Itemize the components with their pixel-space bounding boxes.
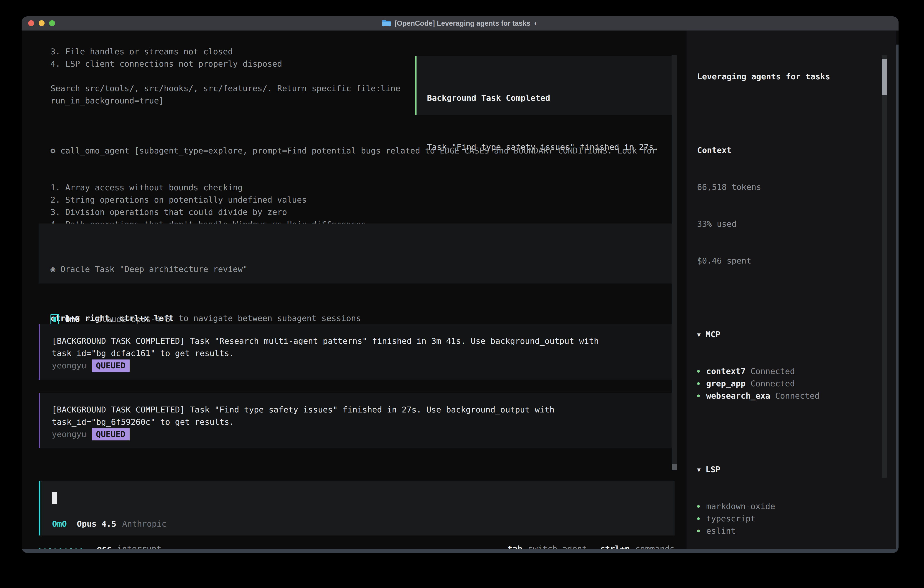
prompt-input[interactable]: OmO Opus 4.5 Anthropic	[39, 481, 675, 535]
connected-dot-icon	[697, 530, 700, 532]
background-task-message: [BACKGROUND TASK COMPLETED] Task "Find t…	[39, 393, 675, 448]
message-author: yeongyu	[52, 361, 86, 370]
message-author: yeongyu	[52, 429, 86, 439]
status-badge: QUEUED	[92, 360, 130, 372]
message-meta: yeongyuQUEUED	[52, 428, 675, 441]
message-line2: task_id="bg_dcfac161" to get results.	[52, 347, 675, 360]
oracle-task-title: Oracle Task "Deep architecture review"	[60, 264, 248, 274]
lsp-name: eslint	[706, 526, 736, 535]
agent-name: OmO	[65, 313, 80, 325]
text-line: 4. LSP client connections not properly d…	[51, 58, 400, 70]
minimize-button[interactable]	[39, 20, 45, 26]
lsp-item: typescript	[697, 512, 882, 525]
toast-title: Background Task Completed	[427, 92, 673, 104]
gear-icon: ⚙	[51, 146, 56, 155]
window-title: [OpenCode] Leveraging agents for tasks	[394, 19, 530, 28]
input-model-name: Opus 4.5	[77, 518, 116, 530]
text-line: Search src/tools/, src/hooks/, src/featu…	[51, 82, 400, 94]
connected-dot-icon	[697, 505, 700, 508]
lsp-list: markdown-oxidetypescripteslint	[697, 500, 882, 537]
agent-header: OmO · claude-opus-4-5	[51, 313, 170, 325]
close-button[interactable]	[28, 20, 34, 26]
tool-call-text: call_omo_agent [subagent_type=explore, p…	[60, 146, 657, 155]
mcp-item: grep_app Connected	[697, 377, 882, 390]
text-line: 2. String operations on potentially unde…	[51, 194, 657, 206]
agent-separator: ·	[86, 313, 91, 325]
background-task-message: [BACKGROUND TASK COMPLETED] Task "Resear…	[39, 324, 675, 380]
input-agent-name: OmO	[52, 518, 67, 530]
text-line: run_in_background=true]	[51, 94, 400, 107]
sidebar: Leveraging agents for tasks Context 66,5…	[686, 31, 896, 549]
message-line: [BACKGROUND TASK COMPLETED] Task "Find t…	[52, 404, 675, 416]
window-edge-right	[896, 45, 899, 553]
lsp-name: markdown-oxide	[706, 502, 775, 511]
message-line: [BACKGROUND TASK COMPLETED] Task "Resear…	[52, 335, 675, 347]
text-line	[51, 70, 400, 82]
mcp-status: Connected	[770, 391, 820, 400]
agent-model: claude-opus-4-5	[97, 313, 170, 325]
chevron-down-icon: ▼	[697, 331, 701, 338]
mcp-item: websearch_exa Connected	[697, 390, 882, 402]
mcp-name: grep_app	[706, 379, 746, 388]
connected-dot-icon	[697, 370, 700, 373]
window-edge-bottom	[21, 549, 899, 553]
chat-pane: 3. File handles or streams not closed4. …	[21, 31, 686, 549]
background-task-toast: Background Task Completed Task "Find typ…	[415, 56, 675, 115]
sidebar-scrollbar[interactable]	[882, 55, 887, 478]
mcp-section-header[interactable]: ▼ MCP	[697, 328, 882, 340]
mcp-name: websearch_exa	[706, 391, 770, 400]
text-line: 3. Division operations that could divide…	[51, 206, 657, 218]
context-spent: $0.46 spent	[697, 255, 882, 267]
context-used: 33% used	[697, 218, 882, 230]
traffic-lights	[28, 20, 55, 26]
nav-hint-text: to navigate between subagent sessions	[174, 314, 361, 323]
mcp-item: context7 Connected	[697, 365, 882, 377]
session-spinner-icon: ◐	[534, 19, 538, 28]
text-line: 3. File handles or streams not closed	[51, 45, 400, 58]
scrollback-text: 3. File handles or streams not closed4. …	[51, 45, 400, 107]
status-badge: QUEUED	[92, 428, 130, 441]
lsp-section-header[interactable]: ▼ LSP	[697, 463, 882, 476]
zoom-button[interactable]	[49, 20, 55, 26]
mcp-name: context7	[706, 367, 746, 376]
sidebar-scrollbar-thumb[interactable]	[882, 59, 887, 95]
text-line: 1. Array access without bounds checking	[51, 182, 657, 194]
mcp-status: Connected	[746, 367, 795, 376]
message-line2: task_id="bg_6f59260c" to get results.	[52, 416, 675, 428]
text-cursor	[52, 492, 57, 504]
message-meta: yeongyuQUEUED	[52, 360, 675, 372]
lsp-item: eslint	[697, 525, 882, 537]
mcp-status: Connected	[746, 379, 795, 388]
context-tokens: 66,518 tokens	[697, 181, 882, 193]
input-provider-name: Anthropic	[122, 518, 167, 530]
folder-icon	[382, 19, 391, 28]
oracle-task-box: ◉ Oracle Task "Deep architecture review"…	[39, 223, 675, 284]
chat-scrollbar-thumb[interactable]	[672, 464, 676, 470]
mcp-list: context7 Connectedgrep_app Connectedwebs…	[697, 365, 882, 402]
chevron-down-icon: ▼	[697, 466, 701, 473]
terminal-window: [OpenCode] Leveraging agents for tasks ◐…	[21, 17, 899, 553]
lsp-item: markdown-oxide	[697, 500, 882, 512]
fisheye-icon: ◉	[51, 264, 56, 274]
connected-dot-icon	[697, 517, 700, 520]
lsp-name: typescript	[706, 514, 756, 523]
connected-dot-icon	[697, 382, 700, 385]
chat-scrollbar[interactable]	[672, 55, 676, 470]
connected-dot-icon	[697, 395, 700, 397]
titlebar: [OpenCode] Leveraging agents for tasks ◐	[21, 17, 899, 31]
context-heading: Context	[697, 144, 882, 157]
agent-icon	[51, 314, 59, 325]
session-title: Leveraging agents for tasks	[697, 71, 882, 83]
